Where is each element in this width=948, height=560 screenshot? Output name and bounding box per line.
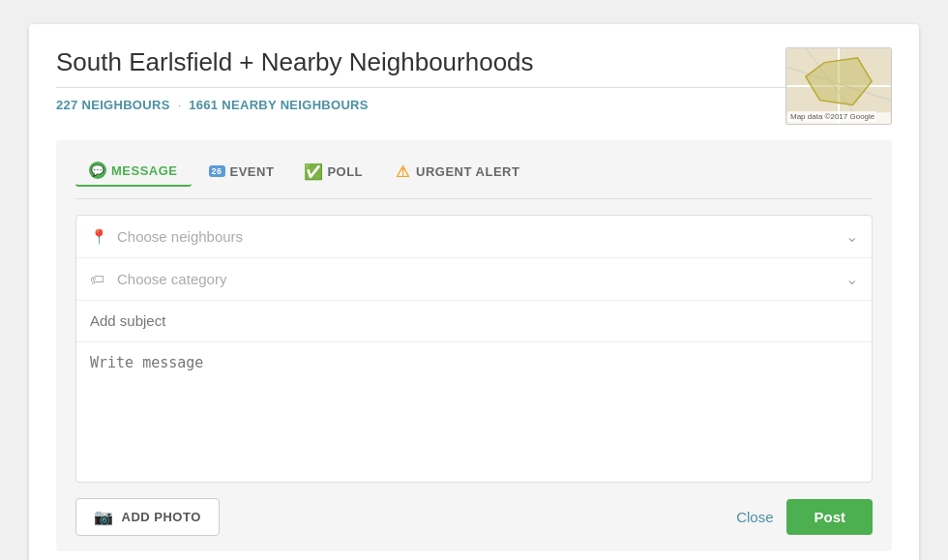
choose-neighbours-placeholder: Choose neighbours [117,228,836,245]
footer-right: Close Post [736,499,873,535]
footer-row: 📷 ADD PHOTO Close Post [75,498,873,536]
tabs-row: 💬 MESSAGE 26 EVENT ✅ POLL ⚠ URGENT ALERT [75,156,873,199]
alert-icon: ⚠ [394,162,411,180]
tab-urgent-alert[interactable]: ⚠ URGENT ALERT [380,157,533,186]
title-section: South Earlsfield + Nearby Neighbourhoods… [56,47,785,112]
poll-icon: ✅ [305,162,322,180]
tabs-section: 💬 MESSAGE 26 EVENT ✅ POLL ⚠ URGENT ALERT [56,140,892,551]
chevron-down-icon: ⌄ [845,227,858,246]
tab-message[interactable]: 💬 MESSAGE [75,156,192,187]
chevron-down-icon-2: ⌄ [845,270,858,288]
message-icon: 💬 [89,162,106,179]
tab-poll-label: POLL [327,164,363,179]
message-field[interactable] [76,342,872,482]
tab-message-label: MESSAGE [111,163,178,178]
message-input[interactable] [90,354,858,470]
choose-neighbours-field[interactable]: 📍 Choose neighbours ⌄ [76,216,872,258]
tab-event[interactable]: 26 EVENT [195,159,288,185]
main-card: South Earlsfield + Nearby Neighbourhoods… [29,24,919,560]
camera-icon: 📷 [94,508,114,526]
header-row: South Earlsfield + Nearby Neighbourhoods… [56,47,892,125]
add-photo-button[interactable]: 📷 ADD PHOTO [75,498,220,536]
page-title: South Earlsfield + Nearby Neighbourhoods [56,47,785,77]
add-photo-label: ADD PHOTO [122,510,201,524]
neighbours-separator: · [178,98,182,112]
neighbours-count-link[interactable]: 227 NEIGHBOURS [56,98,170,112]
nearby-count-link[interactable]: 1661 NEARBY NEIGHBOURS [189,98,369,112]
tab-event-label: EVENT [230,164,275,179]
choose-category-field[interactable]: 🏷 Choose category ⌄ [76,258,872,301]
location-pin-icon: 📍 [90,228,107,246]
neighbours-row: 227 NEIGHBOURS · 1661 NEARBY NEIGHBOURS [56,98,785,112]
map-thumbnail: Map data ©2017 Google [785,47,892,125]
header-divider [56,87,785,88]
tab-poll[interactable]: ✅ POLL [291,157,376,186]
choose-category-placeholder: Choose category [117,271,836,287]
close-button[interactable]: Close [736,509,773,525]
tag-icon: 🏷 [90,271,107,287]
tab-urgent-alert-label: URGENT ALERT [416,164,519,179]
post-button[interactable]: Post [786,499,873,535]
form-area: 📍 Choose neighbours ⌄ [75,215,873,483]
page-wrapper: South Earlsfield + Nearby Neighbourhoods… [19,19,929,560]
subject-input[interactable] [90,312,858,329]
event-badge: 26 [209,165,225,177]
subject-field[interactable] [76,301,872,342]
map-label: Map data ©2017 Google [788,111,876,122]
